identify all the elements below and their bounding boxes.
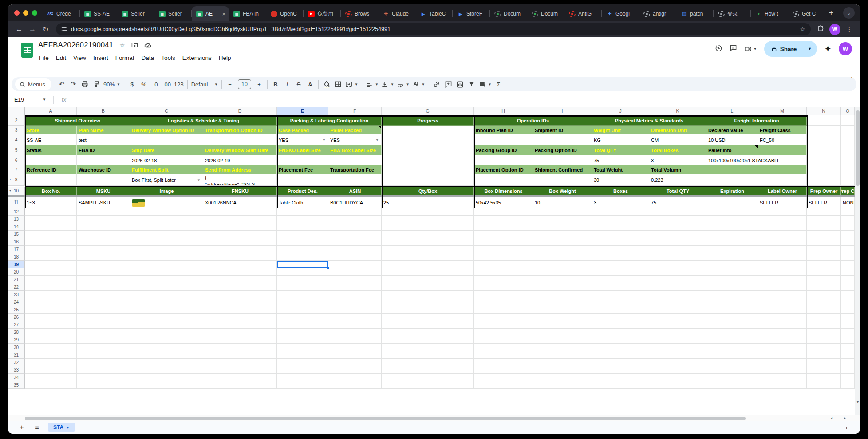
cell-N29[interactable] [807, 336, 841, 344]
cell-E[interactable]: Case Packed [277, 126, 328, 134]
cell-G21[interactable] [382, 276, 474, 283]
cell-G27[interactable] [382, 321, 474, 329]
cell-C[interactable]: Delivery Window Option ID [130, 126, 203, 134]
fill-color-icon[interactable] [321, 78, 332, 90]
new-tab-button[interactable]: + [825, 8, 838, 17]
row-header-14[interactable]: 14 [8, 223, 25, 231]
close-window-button[interactable] [14, 10, 20, 16]
cell-B14[interactable] [77, 223, 130, 231]
cell-E31[interactable] [277, 351, 328, 359]
cell-C25[interactable] [130, 306, 203, 314]
percent-format[interactable]: % [138, 78, 150, 90]
cell-I31[interactable] [533, 351, 592, 359]
cell-M28[interactable] [758, 329, 807, 336]
cell-D26[interactable] [203, 314, 277, 321]
cell-H31[interactable] [474, 351, 533, 359]
menu-help[interactable]: Help [215, 53, 235, 63]
cell-D30[interactable] [203, 344, 277, 351]
cell-N16[interactable] [807, 238, 841, 246]
cell-E16[interactable] [277, 238, 328, 246]
cell-H[interactable]: Placement Option ID [474, 165, 533, 174]
print-icon[interactable] [79, 78, 91, 90]
cell-H28[interactable] [474, 329, 533, 336]
cell-D[interactable]: Transportation Option ID [203, 126, 277, 134]
cell-G14[interactable] [382, 223, 474, 231]
cell-G17[interactable] [382, 246, 474, 253]
cell-M[interactable]: Label Owner [758, 187, 807, 195]
browser-tab[interactable]: ▶TableC [415, 6, 453, 21]
cell-O34[interactable] [841, 374, 855, 381]
cell-K17[interactable] [649, 246, 706, 253]
row-header-33[interactable]: 33 [8, 366, 25, 374]
cell-J[interactable]: 30 [592, 174, 649, 186]
cell-O21[interactable] [841, 276, 855, 283]
cell-O[interactable] [841, 145, 855, 155]
valign-bottom-icon[interactable]: ▼ [380, 78, 395, 90]
horizontal-scrollbar-thumb[interactable] [25, 417, 746, 420]
cell-I25[interactable] [533, 306, 592, 314]
cell-B27[interactable] [77, 321, 130, 329]
cell-J[interactable]: Total QTY [592, 145, 649, 155]
text-wrap-icon[interactable]: ▼ [395, 78, 411, 90]
cell-B30[interactable] [77, 344, 130, 351]
browser-tab[interactable]: Brows [341, 6, 378, 21]
cell-D34[interactable] [203, 374, 277, 381]
cell-A25[interactable] [25, 306, 77, 314]
cell-A30[interactable] [25, 344, 77, 351]
cell-M17[interactable] [758, 246, 807, 253]
cell-B29[interactable] [77, 336, 130, 344]
cell-H35[interactable] [474, 381, 533, 389]
cell-O15[interactable] [841, 231, 855, 238]
selected-cell-E19[interactable] [277, 261, 328, 268]
cell-M13[interactable] [758, 216, 807, 223]
browser-tab[interactable]: antigr [639, 6, 676, 21]
cell-K28[interactable] [649, 329, 706, 336]
cell-J17[interactable] [592, 246, 649, 253]
dropdown-caret-icon[interactable]: ▼ [488, 82, 492, 86]
cell-E32[interactable] [277, 359, 328, 366]
cell-M27[interactable] [758, 321, 807, 329]
cell-O16[interactable] [841, 238, 855, 246]
row-header-2[interactable]: 2 [8, 115, 25, 126]
zoom-select[interactable]: 90%▼ [102, 78, 122, 90]
cell-C[interactable]: Logistics & Schedule & Timing [130, 115, 277, 126]
cell-A13[interactable] [25, 216, 77, 223]
cell-B[interactable]: FBA ID [77, 145, 130, 155]
cell-G16[interactable] [382, 238, 474, 246]
cell-N32[interactable] [807, 359, 841, 366]
row-header-19[interactable]: 19 [8, 261, 25, 268]
back-button[interactable]: ← [12, 25, 26, 33]
cell-H34[interactable] [474, 374, 533, 381]
cell-D20[interactable] [203, 268, 277, 276]
cell-dropdown-icon[interactable]: ▼ [197, 178, 201, 182]
cell-O[interactable]: Prep Ca [841, 187, 855, 195]
dropdown-caret-icon[interactable]: ▼ [375, 82, 379, 86]
cell-D[interactable]: 2026-02-19 [203, 155, 277, 165]
borders-icon[interactable] [332, 78, 344, 90]
cell-I14[interactable] [533, 223, 592, 231]
cell-J30[interactable] [592, 344, 649, 351]
cell-B[interactable]: Plan Name [77, 126, 130, 134]
row-header-6[interactable]: 6 [8, 155, 25, 165]
text-rotate-icon[interactable]: ▼ [411, 78, 426, 90]
cell-E17[interactable] [277, 246, 328, 253]
cell-N23[interactable] [807, 291, 841, 298]
cell-C21[interactable] [130, 276, 203, 283]
cell-A[interactable] [25, 155, 77, 165]
cell-L21[interactable] [706, 276, 758, 283]
browser-tab[interactable]: ✳Claude [378, 6, 415, 21]
cell-B33[interactable] [77, 366, 130, 374]
cell-F[interactable]: B0C1HHDYCA [328, 197, 382, 208]
column-header-H[interactable]: H [474, 107, 533, 115]
cell-C32[interactable] [130, 359, 203, 366]
cell-N19[interactable] [807, 261, 841, 268]
row-header-21[interactable]: 21 [8, 276, 25, 283]
cell-O17[interactable] [841, 246, 855, 253]
cell-E14[interactable] [277, 223, 328, 231]
cell-G24[interactable] [382, 298, 474, 306]
redo-icon[interactable]: ↷ [67, 78, 79, 90]
horizontal-scrollbar[interactable]: ◂ ▸ [8, 415, 860, 421]
cell-N20[interactable] [807, 268, 841, 276]
cell-I26[interactable] [533, 314, 592, 321]
row-header-32[interactable]: 32 [8, 359, 25, 366]
